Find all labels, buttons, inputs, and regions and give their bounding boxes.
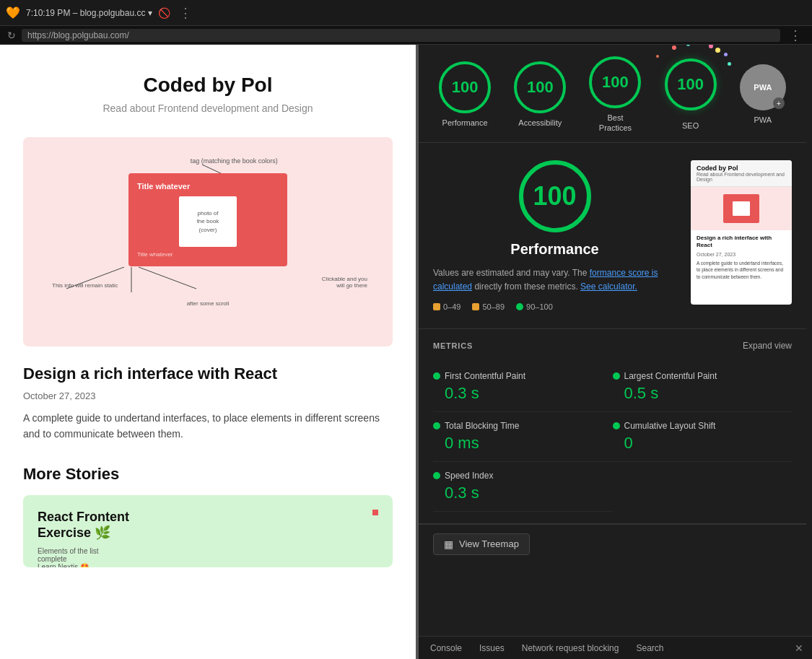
seo-label: SEO xyxy=(682,121,699,131)
pwa-plus-icon: + xyxy=(773,97,785,109)
metric-lcp-name-row: Largest Contentful Paint xyxy=(613,371,793,381)
svg-line-1 xyxy=(66,267,124,289)
story-card-list: Elements of the list complete Learn Next… xyxy=(38,547,129,568)
metric-fcp-value: 0.3 s xyxy=(433,384,613,403)
legend-90-100: 90–100 xyxy=(516,302,553,311)
tab-console[interactable]: Console xyxy=(422,639,471,658)
perf-link-2[interactable]: See calculator. xyxy=(580,282,637,292)
performance-label: Performance xyxy=(442,118,488,128)
article-diagram: tag (matching the book colors) Title wha… xyxy=(23,137,393,346)
metric-cls-name: Cumulative Layout Shift xyxy=(624,421,716,431)
legend-dot-green xyxy=(516,303,523,310)
metric-cls-name-row: Cumulative Layout Shift xyxy=(613,421,793,431)
metric-lcp-value: 0.5 s xyxy=(613,384,793,403)
accessibility-score: 100 xyxy=(527,78,554,97)
devtools-close-button[interactable]: ✕ xyxy=(789,640,809,657)
perf-title: Performance xyxy=(433,241,676,258)
blog-panel: Coded by Pol Read about Frontend develop… xyxy=(0,45,419,659)
confetti-dot-5 xyxy=(709,45,713,48)
diagram-wrapper: tag (matching the book colors) Title wha… xyxy=(38,152,378,332)
bottom-bar: ▦ View Treemap xyxy=(419,524,806,564)
tab-title[interactable]: 7:10:19 PM – blog.polgubau.cc ▾ xyxy=(26,8,152,18)
perf-big-circle: 100 xyxy=(519,160,591,232)
metric-lcp-name: Largest Contentful Paint xyxy=(624,371,717,381)
story-dot xyxy=(372,510,378,515)
confetti-dot-4 xyxy=(724,53,728,56)
thumb-img-white xyxy=(733,201,750,216)
article-date: October 27, 2023 xyxy=(23,390,393,401)
more-stories-heading: More Stories xyxy=(23,465,393,484)
thumb-img-area xyxy=(691,187,792,230)
tab-search[interactable]: Search xyxy=(627,639,672,658)
diagram-arrows-bottom xyxy=(59,253,204,296)
thumb-article-title: Design a rich interface with React xyxy=(697,235,786,250)
diagram-tag-label: tag (matching the book colors) xyxy=(191,157,278,165)
devtools-tabs-bar: Console Issues Network request blocking … xyxy=(419,636,812,659)
diagram-clickable-label: Clickable and youwill go there xyxy=(322,276,367,289)
score-pwa: PWA + PWA xyxy=(740,64,786,125)
accessibility-circle: 100 xyxy=(514,61,566,113)
thumb-article-text: A complete guide to undertand interfaces… xyxy=(697,260,786,279)
story-card[interactable]: React FrontentExercise 🌿 Elements of the… xyxy=(23,495,393,567)
blog-subtitle: Read about Frontend development and Desi… xyxy=(23,102,393,114)
confetti-dot-7 xyxy=(656,55,659,58)
metric-tbt-name-row: Total Blocking Time xyxy=(433,421,613,431)
list-item: Learn Nextjs 🤩 xyxy=(38,563,129,568)
blog-header: Coded by Pol Read about Frontend develop… xyxy=(23,74,393,114)
thumb-header: Coded by Pol Read about Frontend develop… xyxy=(691,160,792,187)
metric-tbt: Total Blocking Time 0 ms xyxy=(433,412,613,462)
metrics-label: METRICS xyxy=(433,341,473,350)
thumb-text-area: Design a rich interface with React Octob… xyxy=(691,230,792,284)
tab-favicon: 🧡 xyxy=(6,6,20,19)
metric-lcp-dot xyxy=(613,372,620,380)
score-seo: 100 SEO xyxy=(665,58,717,131)
thumb-img-inner xyxy=(723,194,759,223)
expand-view-button[interactable]: Expand view xyxy=(743,341,792,351)
url-input[interactable] xyxy=(22,29,780,42)
view-treemap-button[interactable]: ▦ View Treemap xyxy=(433,533,530,555)
performance-detail: 100 Performance Values are estimated and… xyxy=(419,143,806,329)
thumb-subtitle: Read about Frontend development and Desi… xyxy=(697,172,786,182)
browser-menu-button[interactable]: ⋮ xyxy=(176,5,195,21)
seo-score: 100 xyxy=(677,75,704,94)
treemap-icon: ▦ xyxy=(444,538,453,550)
tab-network-request-blocking[interactable]: Network request blocking xyxy=(513,639,628,658)
page-menu-button[interactable]: ⋮ xyxy=(786,27,805,43)
browser-tab-bar: 🧡 7:10:19 PM – blog.polgubau.cc ▾ 🚫 ⋮ xyxy=(0,0,812,26)
devtools-content: 100 Performance 100 Accessibility 100 Be… xyxy=(419,45,812,636)
metric-lcp: Largest Contentful Paint 0.5 s xyxy=(613,362,793,412)
perf-desc-pre: Values are estimated and may vary. The xyxy=(433,268,590,278)
metric-cls: Cumulative Layout Shift 0 xyxy=(613,412,793,462)
metric-fcp-name-row: First Contentful Paint xyxy=(433,371,613,381)
tab-issues[interactable]: Issues xyxy=(471,639,513,658)
metric-tbt-dot xyxy=(433,422,440,429)
main-area: Coded by Pol Read about Frontend develop… xyxy=(0,45,812,659)
metric-si-name: Speed Index xyxy=(445,471,493,481)
diagram-after-label: after some scroll xyxy=(187,300,230,307)
book-cover-box: photo ofthe book(cover) xyxy=(179,196,237,247)
score-accessibility: 100 Accessibility xyxy=(514,61,566,128)
performance-score: 100 xyxy=(452,78,479,97)
legend-dot-orange xyxy=(472,303,479,310)
reload-icon[interactable]: ↻ xyxy=(7,30,16,41)
devtools-panel: 100 Performance 100 Accessibility 100 Be… xyxy=(419,45,812,659)
perf-thumbnail: Coded by Pol Read about Frontend develop… xyxy=(691,160,792,305)
list-item: complete xyxy=(38,555,129,563)
metric-tbt-value: 0 ms xyxy=(433,434,613,453)
best-practices-label: BestPractices xyxy=(599,113,632,134)
pwa-badge: PWA + xyxy=(740,64,786,110)
svg-line-2 xyxy=(139,267,196,289)
metric-si: Speed Index 0.3 s xyxy=(433,462,613,512)
best-practices-score: 100 xyxy=(602,73,629,92)
article-title[interactable]: Design a rich interface with React xyxy=(23,364,393,385)
perf-main: 100 Performance Values are estimated and… xyxy=(433,160,676,311)
thumb-article-date: October 27, 2023 xyxy=(697,252,786,257)
article-excerpt: A complete guide to undertand interfaces… xyxy=(23,410,393,442)
metric-fcp: First Contentful Paint 0.3 s xyxy=(433,362,613,412)
url-bar: ↻ ⋮ xyxy=(0,26,812,45)
seo-circle: 100 xyxy=(665,58,717,110)
metrics-grid: First Contentful Paint 0.3 s Largest Con… xyxy=(433,362,792,512)
legend-label-50-89: 50–89 xyxy=(482,302,505,311)
metrics-header: METRICS Expand view xyxy=(433,341,792,351)
confetti-wrapper: 100 xyxy=(665,58,717,110)
